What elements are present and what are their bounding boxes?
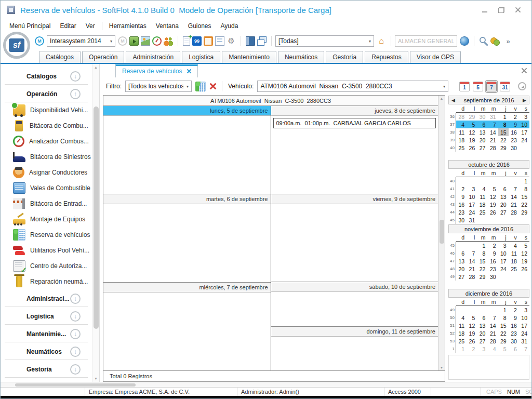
day-21[interactable]: 21 <box>487 329 498 337</box>
day-5[interactable]: 5 <box>487 185 498 193</box>
day-18[interactable]: 18 <box>456 329 467 337</box>
day-cell-body[interactable]: 09:00a.m. 01:00p.m. CARBAJAL GARCIA CARL… <box>271 116 438 194</box>
day-11[interactable]: 11 <box>509 249 519 257</box>
scroll-thumb[interactable] <box>15 383 136 387</box>
filtro-combobox[interactable]: [Todos los vehiculos] ▾ <box>125 81 192 92</box>
day-20[interactable]: 20 <box>477 329 487 337</box>
sidebar-item-bitacora-de-siniestros[interactable]: Bitácora de Siniestros <box>1 149 92 165</box>
day-8[interactable]: 8 <box>477 249 487 257</box>
sidebar-item-vales-de-combustible[interactable]: Vales de Combustible <box>1 180 92 196</box>
day-25[interactable]: 25 <box>456 337 467 345</box>
day-14[interactable]: 14 <box>487 128 498 136</box>
day-7[interactable]: 7 <box>519 345 529 353</box>
scroll-down-icon[interactable]: ▼ <box>440 366 444 369</box>
day-cell-domingo-11-de-septiembre[interactable]: domingo, 11 de septiembre <box>271 326 438 370</box>
view-1-button[interactable]: 1 <box>459 82 470 91</box>
people-icon[interactable] <box>164 36 173 46</box>
refresh-icon[interactable] <box>518 82 526 90</box>
day-10[interactable]: 10 <box>498 249 509 257</box>
day-11[interactable]: 11 <box>477 193 487 201</box>
image-icon[interactable] <box>141 36 150 46</box>
restore-button[interactable] <box>494 4 509 16</box>
sidebar-item-bitacora-de-combu[interactable]: Bitácora de Combu... <box>1 118 92 134</box>
day-14[interactable]: 14 <box>509 193 519 201</box>
day-16[interactable]: 16 <box>487 257 498 265</box>
day-1[interactable]: 1 <box>456 345 467 353</box>
close-tab-icon[interactable] <box>187 69 191 73</box>
expand-circle-icon[interactable]: ↓ <box>70 294 81 304</box>
sidebar-item-montaje-de-equipos[interactable]: Montaje de Equipos <box>1 211 92 227</box>
home-icon[interactable]: ⌂ <box>377 36 386 46</box>
scroll-thumb[interactable] <box>440 220 444 244</box>
tab-mantenimiento[interactable]: Mantenimiento <box>222 51 276 63</box>
list-icon[interactable] <box>215 36 224 46</box>
day-26[interactable]: 26 <box>519 265 529 273</box>
prev-month-icon[interactable]: ◀ <box>451 97 455 104</box>
day-cell-body[interactable] <box>103 116 271 194</box>
sidebar-scrollbar[interactable]: ▲ ▼ <box>92 64 99 382</box>
day-26[interactable]: 26 <box>487 208 498 216</box>
day-4[interactable]: 4 <box>477 185 487 193</box>
day-2[interactable]: 2 <box>456 185 467 193</box>
day-13[interactable]: 13 <box>498 193 509 201</box>
day-12[interactable]: 12 <box>467 128 477 136</box>
sidebar-item-asignar-conductores[interactable]: Asignar Conductores <box>1 165 92 180</box>
day-8[interactable]: 8 <box>498 314 509 322</box>
day-28[interactable]: 28 <box>487 144 498 152</box>
day-cell-body[interactable] <box>271 204 438 282</box>
day-cell-viernes-9-de-septiembre[interactable]: viernes, 9 de septiembre <box>271 194 438 282</box>
todas-combobox[interactable]: [Todas] ▾ <box>275 35 374 47</box>
day-29[interactable]: 29 <box>467 113 477 121</box>
day-1[interactable]: 1 <box>498 113 509 121</box>
tab-gestoria[interactable]: Gestoría <box>326 51 363 63</box>
sidebar-group-mantenimie[interactable]: Mantenimie...↓ <box>5 326 88 342</box>
day-9[interactable]: 9 <box>456 193 467 201</box>
day-29[interactable]: 29 <box>498 337 509 345</box>
day-30[interactable]: 30 <box>477 113 487 121</box>
day-cell-sabado-10-de-septiembre[interactable]: sábado, 10 de septiembre <box>271 282 438 326</box>
day-30[interactable]: 30 <box>509 337 519 345</box>
schedule-scrollbar[interactable]: ▲ ▼ <box>438 96 445 370</box>
day-3[interactable]: 3 <box>519 113 529 121</box>
day-3[interactable]: 3 <box>519 306 529 314</box>
day-3[interactable]: 3 <box>477 345 487 353</box>
sidebar-item-reserva-de-vehiculos[interactable]: Reserva de vehículos <box>1 227 92 243</box>
day-17[interactable]: 17 <box>519 128 529 136</box>
day-15[interactable]: 15 <box>477 257 487 265</box>
day-6[interactable]: 6 <box>456 249 467 257</box>
day-28[interactable]: 28 <box>467 273 477 281</box>
day-30[interactable]: 30 <box>487 273 498 281</box>
day-6[interactable]: 6 <box>498 185 509 193</box>
close-workspace-icon[interactable] <box>522 68 526 73</box>
day-16[interactable]: 16 <box>456 201 467 208</box>
scroll-down-icon[interactable]: ▼ <box>94 377 98 380</box>
day-6[interactable]: 6 <box>477 314 487 322</box>
day-20[interactable]: 20 <box>498 201 509 208</box>
horizontal-scrollbar[interactable] <box>1 382 531 387</box>
day-31[interactable]: 31 <box>487 113 498 121</box>
day-18[interactable]: 18 <box>456 136 467 144</box>
expand-circle-icon[interactable]: ↓ <box>70 364 81 375</box>
tab-administracion[interactable]: Administración <box>126 51 180 63</box>
day-cell-jueves-8-de-septiembre[interactable]: jueves, 8 de septiembre09:00a.m. 01:00p.… <box>271 106 438 194</box>
next-month-icon[interactable]: ▶ <box>523 97 526 104</box>
sidebar-group-neumaticos[interactable]: Neumáticos↓ <box>5 343 88 360</box>
day-18[interactable]: 18 <box>509 257 519 265</box>
day-19[interactable]: 19 <box>467 329 477 337</box>
day-21[interactable]: 21 <box>467 265 477 273</box>
day-25[interactable]: 25 <box>456 144 467 152</box>
day-14[interactable]: 14 <box>487 322 498 329</box>
day-15[interactable]: 15 <box>498 322 509 329</box>
day-24[interactable]: 24 <box>519 136 529 144</box>
view-5-button[interactable]: 5 <box>473 82 483 91</box>
person-calendar-icon[interactable] <box>195 82 206 91</box>
day-4[interactable]: 4 <box>509 242 519 249</box>
tab-neumaticos[interactable]: Neumáticos <box>278 51 324 63</box>
new-document-icon[interactable] <box>183 36 190 46</box>
scroll-track[interactable] <box>438 100 445 366</box>
sidebar-group-administraci[interactable]: Administraci...↓ <box>5 290 88 307</box>
menu-item-ventana[interactable]: Ventana <box>151 20 183 32</box>
day-21[interactable]: 21 <box>487 136 498 144</box>
day-5[interactable]: 5 <box>467 121 477 128</box>
day-5[interactable]: 5 <box>498 345 509 353</box>
